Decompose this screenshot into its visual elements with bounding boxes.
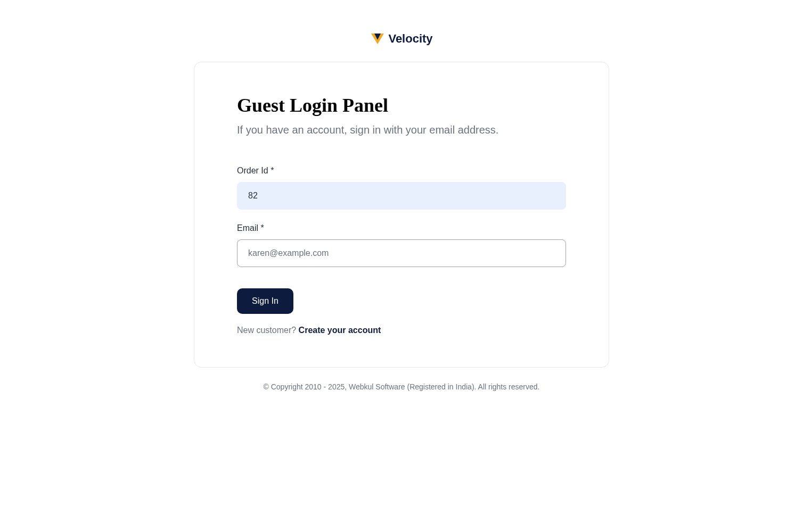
create-account-link[interactable]: Create your account — [299, 326, 381, 335]
brand-logo[interactable]: Velocity — [370, 32, 432, 46]
brand-name: Velocity — [388, 32, 432, 46]
new-customer-text: New customer? — [237, 326, 299, 335]
velocity-logo-icon — [370, 32, 385, 45]
order-id-label: Order Id * — [237, 166, 566, 176]
order-id-group: Order Id * — [237, 166, 566, 210]
order-id-input[interactable] — [237, 182, 566, 210]
logo-wrapper: Velocity — [194, 32, 609, 46]
sign-in-button[interactable]: Sign In — [237, 288, 293, 314]
email-group: Email * — [237, 223, 566, 267]
login-card: Guest Login Panel If you have an account… — [194, 62, 609, 368]
email-label: Email * — [237, 223, 566, 233]
copyright-footer: © Copyright 2010 - 2025, Webkul Software… — [194, 383, 609, 391]
page-container: Velocity Guest Login Panel If you have a… — [194, 0, 609, 391]
new-customer-line: New customer? Create your account — [237, 326, 566, 335]
page-title: Guest Login Panel — [237, 94, 566, 117]
email-input[interactable] — [237, 239, 566, 267]
page-subtitle: If you have an account, sign in with you… — [237, 124, 566, 136]
